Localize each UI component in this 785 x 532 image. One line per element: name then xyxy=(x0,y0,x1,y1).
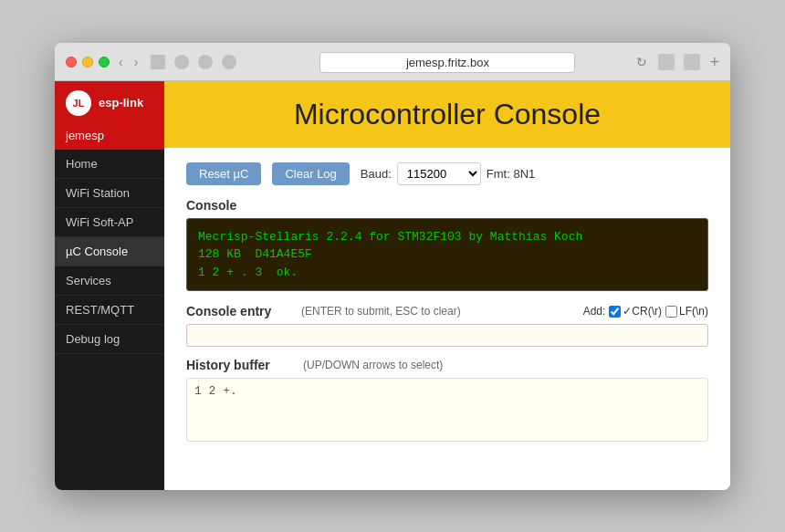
history-hint: (UP/DOWN arrows to select) xyxy=(303,359,443,371)
sidebar: JL esp-link jemesp Home WiFi Station WiF… xyxy=(55,81,164,490)
console-entry-section: Console entry (ENTER to submit, ESC to c… xyxy=(186,304,708,318)
reset-button[interactable]: Reset µC xyxy=(186,162,261,185)
console-output: Mecrisp-Stellaris 2.2.4 for STM32F103 by… xyxy=(186,218,708,292)
address-bar[interactable]: jemesp.fritz.box xyxy=(319,52,575,73)
bookmark-icon xyxy=(222,55,236,69)
lf-label: LF(\n) xyxy=(679,305,708,318)
sidebar-hostname: jemesp xyxy=(55,125,164,150)
browser-action-icons: + xyxy=(658,54,719,70)
logo-icon: JL xyxy=(66,90,91,116)
main-content: JL esp-link jemesp Home WiFi Station WiF… xyxy=(55,81,730,490)
history-buffer[interactable]: 1 2 +. xyxy=(186,378,708,442)
console-entry-label: Console entry xyxy=(186,304,296,318)
history-header: History buffer (UP/DOWN arrows to select… xyxy=(186,358,708,372)
cr-checkbox[interactable] xyxy=(609,306,621,318)
address-bar-container: jemesp.fritz.box ↻ xyxy=(244,52,651,73)
info-icon xyxy=(198,55,213,69)
sidebar-item-wifi-softap[interactable]: WiFi Soft-AP xyxy=(55,208,164,237)
page-header: Microcontroller Console xyxy=(164,81,730,148)
console-line-3: 1 2 + . 3 ok. xyxy=(198,264,696,282)
sidebar-item-services[interactable]: Services xyxy=(55,266,164,296)
baud-section: Baud: 115200 9600 19200 38400 57600 2304… xyxy=(361,162,535,185)
new-tab-button[interactable]: + xyxy=(709,54,719,70)
sidebar-item-home[interactable]: Home xyxy=(55,150,164,179)
console-entry-hint: (ENTER to submit, ESC to clear) xyxy=(301,305,578,318)
traffic-light-close[interactable] xyxy=(66,57,77,68)
page-content: Microcontroller Console Reset µC Clear L… xyxy=(164,81,730,490)
traffic-light-maximize[interactable] xyxy=(99,57,110,68)
console-line-2: 128 KB D41A4E5F xyxy=(198,245,696,264)
add-label: Add: xyxy=(583,305,606,318)
refresh-button[interactable]: ↻ xyxy=(636,55,647,69)
browser-chrome: ‹ › jemesp.fritz.box ↻ + xyxy=(55,43,730,81)
cr-checkbox-label[interactable]: ✓CR(\r) xyxy=(609,305,662,318)
console-input[interactable] xyxy=(186,324,708,347)
forward-button[interactable]: › xyxy=(132,55,141,69)
sidebar-nav: Home WiFi Station WiFi Soft-AP µC Consol… xyxy=(55,150,164,354)
tab-action-icon xyxy=(684,54,700,70)
history-section: History buffer (UP/DOWN arrows to select… xyxy=(186,358,708,445)
browser-window: ‹ › jemesp.fritz.box ↻ + JL esp-link jem… xyxy=(55,43,730,490)
add-section: Add: ✓CR(\r) LF(\n) xyxy=(583,305,708,318)
share-action-icon xyxy=(658,54,675,70)
history-label: History buffer xyxy=(186,358,296,372)
traffic-lights xyxy=(66,57,110,68)
traffic-light-minimize[interactable] xyxy=(82,57,93,68)
toolbar: Reset µC Clear Log Baud: 115200 9600 192… xyxy=(186,162,708,185)
sidebar-item-rest-mqtt[interactable]: REST/MQTT xyxy=(55,296,164,325)
clear-log-button[interactable]: Clear Log xyxy=(272,162,349,185)
cr-label: ✓CR(\r) xyxy=(623,305,662,318)
sidebar-item-debug-log[interactable]: Debug log xyxy=(55,325,164,354)
sidebar-item-uc-console[interactable]: µC Console xyxy=(55,237,164,266)
share-icon xyxy=(174,55,189,69)
browser-icons xyxy=(151,55,236,69)
console-line-1: Mecrisp-Stellaris 2.2.4 for STM32F103 by… xyxy=(198,228,696,246)
sidebar-toggle-icon xyxy=(151,55,165,69)
baud-label: Baud: xyxy=(361,167,392,181)
page-body: Reset µC Clear Log Baud: 115200 9600 192… xyxy=(164,148,730,466)
lf-checkbox-label[interactable]: LF(\n) xyxy=(665,305,708,318)
baud-select[interactable]: 115200 9600 19200 38400 57600 230400 xyxy=(397,162,481,185)
console-label: Console xyxy=(186,198,708,213)
sidebar-logo: JL esp-link xyxy=(55,81,164,125)
sidebar-item-wifi-station[interactable]: WiFi Station xyxy=(55,179,164,208)
logo-text: esp-link xyxy=(99,96,143,110)
page-title: Microcontroller Console xyxy=(186,98,708,131)
lf-checkbox[interactable] xyxy=(665,306,677,318)
fmt-label: Fmt: 8N1 xyxy=(487,167,535,181)
back-button[interactable]: ‹ xyxy=(117,55,125,69)
